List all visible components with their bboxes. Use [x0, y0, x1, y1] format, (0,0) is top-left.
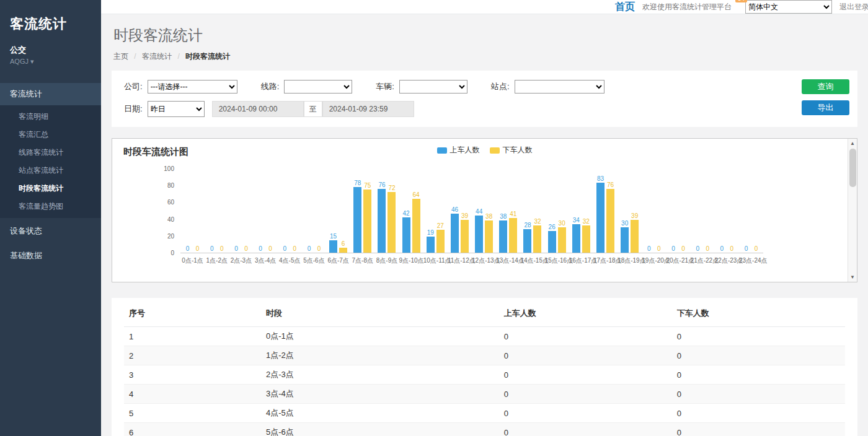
- bar-alighting: 39: [631, 220, 639, 253]
- company-select[interactable]: ---请选择---: [148, 80, 237, 94]
- bar-value-label: 0: [244, 245, 248, 252]
- station-select[interactable]: [515, 80, 604, 94]
- x-axis-label: 19点-20点: [642, 256, 666, 265]
- table-cell: 1: [124, 327, 261, 346]
- legend-alighting[interactable]: 下车人数: [490, 145, 533, 155]
- bar-boarding: 30: [621, 227, 629, 253]
- vehicle-select[interactable]: [399, 80, 467, 94]
- date-start-input[interactable]: [212, 101, 304, 117]
- x-axis-label: 3点-4点: [254, 256, 278, 265]
- bar-group: 3432: [569, 169, 593, 253]
- sidebar-item-passenger-stats[interactable]: 客流统计: [0, 83, 101, 105]
- bar-alighting: 6: [339, 248, 347, 253]
- bar-alighting: 27: [436, 230, 445, 253]
- bar-boarding: 38: [499, 220, 507, 253]
- sidebar-item-base-data[interactable]: 基础数据: [0, 244, 101, 268]
- legend-boarding[interactable]: 上车人数: [437, 145, 480, 155]
- breadcrumb-passenger-stats[interactable]: 客流统计: [142, 52, 172, 61]
- bar-boarding: 46: [451, 214, 459, 253]
- chevron-down-icon: ▾: [30, 58, 34, 65]
- station-label: 站点:: [491, 81, 510, 92]
- bar-group: 00: [666, 169, 690, 253]
- bar-value-label: 0: [317, 245, 321, 252]
- bar-value-label: 32: [583, 218, 590, 225]
- org-code-dropdown[interactable]: AQGJ ▾: [10, 58, 91, 66]
- bar-group: 00: [691, 169, 715, 253]
- bar-value-label: 0: [283, 245, 286, 252]
- company-label: 公司:: [124, 81, 143, 92]
- passenger-stats-submenu: 客流明细客流汇总线路客流统计站点客流统计时段客流统计客流量趋势图: [0, 105, 101, 218]
- x-axis-label: 5点-6点: [302, 256, 326, 265]
- bar-value-label: 0: [308, 245, 311, 252]
- col-header-index: 序号: [124, 299, 261, 327]
- bar-group: 00: [180, 169, 205, 253]
- date-preset-select[interactable]: 昨日: [148, 101, 205, 117]
- bar-group: 00: [205, 169, 229, 253]
- table-cell: 0: [499, 327, 672, 346]
- sidebar-subitem[interactable]: 线路客流统计: [0, 144, 101, 162]
- date-label: 日期:: [124, 103, 143, 115]
- scroll-up-icon[interactable]: ▲: [848, 139, 857, 148]
- export-button[interactable]: 导出: [802, 100, 849, 115]
- bar-value-label: 0: [268, 245, 272, 252]
- bar-alighting: 64: [412, 199, 420, 253]
- bar-value-label: 0: [745, 245, 748, 252]
- x-axis-label: 21点-22点: [691, 256, 715, 265]
- table-cell: 0: [499, 346, 672, 365]
- bar-value-label: 30: [559, 220, 565, 227]
- table-row: 10点-1点00: [124, 327, 845, 346]
- bar-value-label: 76: [378, 181, 385, 188]
- bar-value-label: 0: [220, 245, 224, 252]
- table-cell: 0: [672, 327, 845, 346]
- table-cell: 0: [672, 385, 845, 404]
- bar-boarding: 26: [548, 231, 556, 253]
- table-row: 65点-6点00: [124, 423, 845, 436]
- breadcrumb-current: 时段客流统计: [185, 52, 230, 61]
- data-table-panel: 序号 时段 上车人数 下车人数 10点-1点0021点-2点0032点-3点00…: [112, 298, 857, 436]
- date-range-separator: 至: [304, 101, 322, 117]
- bar-value-label: 72: [388, 185, 395, 191]
- bar-alighting: 72: [388, 192, 396, 253]
- bar-value-label: 19: [427, 229, 434, 236]
- x-axis-label: 15点-16点: [545, 256, 569, 265]
- bar-value-label: 83: [597, 175, 604, 182]
- scrollbar-thumb[interactable]: [849, 149, 856, 187]
- bar-value-label: 0: [696, 245, 699, 252]
- notification-badge[interactable]: 34: [735, 0, 747, 2]
- sidebar-item-device-status[interactable]: 设备状态: [0, 219, 101, 243]
- query-button[interactable]: 查询: [802, 79, 849, 94]
- table-cell: 0点-1点: [261, 327, 499, 346]
- bar-value-label: 32: [534, 218, 541, 225]
- language-select[interactable]: 简体中文: [745, 0, 832, 14]
- bar-value-label: 0: [720, 245, 724, 252]
- bar-group: 00: [715, 169, 739, 253]
- bar-alighting: 39: [461, 220, 469, 253]
- sidebar-subitem[interactable]: 客流明细: [0, 108, 101, 126]
- bar-alighting: 76: [606, 189, 614, 253]
- sidebar-subitem-active[interactable]: 时段客流统计: [0, 180, 101, 198]
- table-cell: 0: [672, 404, 845, 423]
- bar-alighting: 30: [558, 227, 566, 253]
- table-cell: 0: [672, 423, 845, 436]
- bar-boarding: 83: [596, 183, 604, 253]
- logout-link[interactable]: 退出登录: [839, 2, 868, 12]
- home-link[interactable]: 首页: [615, 1, 635, 14]
- chart-scrollbar[interactable]: ▲ ▼: [848, 139, 857, 282]
- bar-group: 00: [302, 169, 326, 253]
- scroll-down-icon[interactable]: ▼: [848, 272, 857, 282]
- org-block[interactable]: 公交 AQGJ ▾: [0, 37, 101, 74]
- date-end-input[interactable]: [322, 101, 414, 117]
- table-row: 54点-5点00: [124, 404, 845, 423]
- sidebar-subitem[interactable]: 客流量趋势图: [0, 198, 101, 216]
- col-header-boarding: 上车人数: [499, 299, 672, 327]
- breadcrumb-home[interactable]: 主页: [113, 52, 128, 61]
- bar-value-label: 34: [573, 217, 580, 224]
- sidebar-subitem[interactable]: 站点客流统计: [0, 162, 101, 180]
- line-select[interactable]: [284, 80, 352, 94]
- bar-group: 8376: [593, 169, 618, 253]
- chart-legend: 上车人数 下车人数: [437, 145, 533, 155]
- sidebar-subitem[interactable]: 客流汇总: [0, 126, 101, 144]
- bar-chart: 020406080100 000000000000156787576724264…: [112, 169, 857, 265]
- topbar: 首页 欢迎使用客流统计管理平台 34 简体中文 退出登录: [101, 0, 868, 14]
- bar-value-label: 0: [234, 245, 238, 252]
